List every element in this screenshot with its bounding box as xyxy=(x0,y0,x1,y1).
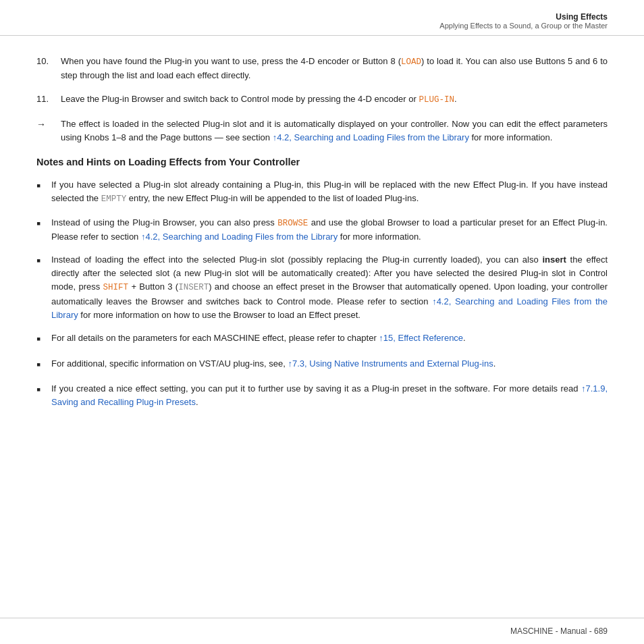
numbered-list: 10. When you have found the Plug-in you … xyxy=(36,55,608,107)
bullet-item-2: ▪ Instead of using the Plug-in Browser, … xyxy=(36,216,608,244)
plugin-code: PLUG-IN xyxy=(419,95,454,105)
bullet-6-content: If you created a nice effect setting, yo… xyxy=(51,382,608,409)
bullet-3-marker: ▪ xyxy=(36,253,51,322)
bullet-item-3: ▪ Instead of loading the effect into the… xyxy=(36,253,608,322)
bullet-4-marker: ▪ xyxy=(36,331,51,347)
link-15[interactable]: ↑15, Effect Reference xyxy=(379,333,463,343)
section-heading: Notes and Hints on Loading Effects from … xyxy=(36,157,608,167)
numbered-item-11: 11. Leave the Plug-in Browser and switch… xyxy=(36,92,608,107)
empty-code: EMPTY xyxy=(101,194,127,204)
arrow-content: The effect is loaded in the selected Plu… xyxy=(61,117,608,144)
page-container: Using Effects Applying Effects to a Soun… xyxy=(0,0,644,644)
browse-code: BROWSE xyxy=(277,219,308,228)
main-content: 10. When you have found the Plug-in you … xyxy=(0,36,644,446)
bullet-item-4: ▪ For all details on the parameters for … xyxy=(36,331,608,347)
bullet-item-5: ▪ For additional, specific information o… xyxy=(36,357,608,373)
header-title: Using Effects xyxy=(36,12,608,22)
numbered-item-10: 10. When you have found the Plug-in you … xyxy=(36,55,608,83)
bullet-1-marker: ▪ xyxy=(36,178,51,207)
link-7-3[interactable]: ↑7.3, Using Native Instruments and Exter… xyxy=(288,358,493,369)
arrow-symbol: → xyxy=(36,117,61,144)
insert-bold: insert xyxy=(542,254,566,265)
link-4-2-arrow[interactable]: ↑4.2, Searching and Loading Files from t… xyxy=(273,132,469,142)
bullet-2-content: Instead of using the Plug-in Browser, yo… xyxy=(51,216,608,244)
bullet-2-marker: ▪ xyxy=(36,216,51,244)
page-header: Using Effects Applying Effects to a Soun… xyxy=(0,0,644,36)
item-10-content: When you have found the Plug-in you want… xyxy=(61,55,608,83)
insert-code: INSERT xyxy=(178,283,209,292)
bullet-6-marker: ▪ xyxy=(36,382,51,409)
bullet-item-1: ▪ If you have selected a Plug-in slot al… xyxy=(36,178,608,207)
bullet-item-6: ▪ If you created a nice effect setting, … xyxy=(36,382,608,409)
item-10-num: 10. xyxy=(36,55,61,83)
bullet-list: ▪ If you have selected a Plug-in slot al… xyxy=(36,178,608,409)
link-4-2-bullet2[interactable]: ↑4.2, Searching and Loading Files from t… xyxy=(141,232,338,242)
item-11-num: 11. xyxy=(36,92,61,107)
header-subtitle: Applying Effects to a Sound, a Group or … xyxy=(36,22,608,30)
arrow-item: → The effect is loaded in the selected P… xyxy=(36,117,608,144)
load-code: LOAD xyxy=(401,57,421,67)
shift-code: SHIFT xyxy=(103,283,129,292)
bullet-5-marker: ▪ xyxy=(36,357,51,373)
item-11-content: Leave the Plug-in Browser and switch bac… xyxy=(61,92,608,107)
page-footer: MASCHINE - Manual - 689 xyxy=(0,618,644,644)
bullet-1-content: If you have selected a Plug-in slot alre… xyxy=(51,178,608,207)
link-7-1-9[interactable]: ↑7.1.9, Saving and Recalling Plug-in Pre… xyxy=(51,383,608,407)
footer-text: MASCHINE - Manual - 689 xyxy=(510,626,608,636)
bullet-3-content: Instead of loading the effect into the s… xyxy=(51,253,608,322)
bullet-4-content: For all details on the parameters for ea… xyxy=(51,331,608,347)
link-4-2-bullet3[interactable]: ↑4.2, Searching and Loading Files from t… xyxy=(51,296,608,320)
bullet-5-content: For additional, specific information on … xyxy=(51,357,608,373)
